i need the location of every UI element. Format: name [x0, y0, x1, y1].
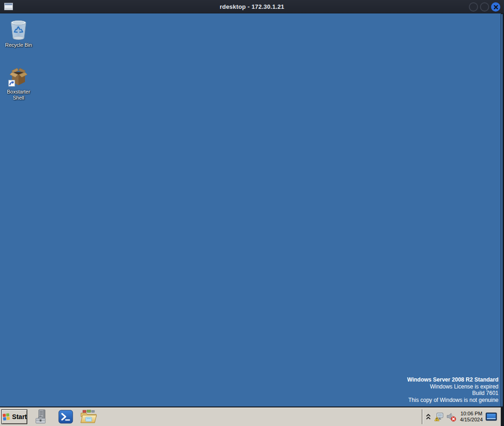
boxstarter-label-line2: Shell	[13, 95, 24, 100]
tray-clock[interactable]: 10:06 PM 4/15/2024	[460, 411, 483, 423]
powershell-icon	[58, 410, 73, 424]
winver-genuine-notice: This copy of Windows is not genuine	[407, 397, 498, 404]
scrollbar-thumb[interactable]	[501, 14, 503, 407]
windows-flag-icon	[2, 412, 11, 421]
windows-license-notice: Windows Server 2008 R2 Standard Windows …	[407, 376, 498, 403]
windows-explorer-folder-icon	[80, 409, 97, 424]
server-manager-button[interactable]	[34, 409, 51, 425]
close-button[interactable]	[491, 2, 500, 12]
winver-build: Build 7601	[407, 390, 498, 397]
taskbar: Start	[0, 407, 501, 426]
clock-time: 10:06 PM	[460, 411, 483, 417]
network-status-button[interactable]	[434, 412, 444, 422]
desktop-icon-recycle-bin[interactable]: Recycle Bin	[1, 18, 36, 48]
window-title: rdesktop - 172.30.1.21	[0, 0, 504, 13]
desktop-area: Recycle Bin BoxstarterShell	[0, 13, 501, 407]
winver-product: Windows Server 2008 R2 Standard	[407, 376, 498, 383]
remote-desktop-screen: Recycle Bin BoxstarterShell	[0, 13, 501, 426]
audio-status-button[interactable]	[446, 412, 456, 422]
boxstarter-label-line1: Boxstarter	[7, 89, 30, 94]
show-hidden-icons-button[interactable]	[425, 413, 431, 421]
chevron-up-icon	[425, 413, 431, 421]
recycle-bin-icon	[8, 18, 29, 41]
desktop-icon-boxstarter-shell[interactable]: BoxstarterShell	[1, 65, 36, 101]
window-controls	[469, 2, 500, 12]
close-icon	[493, 5, 498, 10]
server-manager-icon	[35, 409, 50, 425]
right-scrollbar-track	[501, 13, 504, 426]
start-button-label: Start	[12, 413, 27, 420]
minimize-button[interactable]	[469, 2, 478, 12]
titlebar: rdesktop - 172.30.1.21	[0, 0, 504, 13]
display-tray-button[interactable]	[485, 412, 497, 421]
rdesktop-window: rdesktop - 172.30.1.21	[0, 0, 504, 426]
audio-muted-icon	[446, 412, 456, 422]
winver-license-status: Windows License is expired	[407, 383, 498, 390]
recycle-bin-label: Recycle Bin	[5, 42, 32, 48]
display-monitor-icon	[485, 412, 497, 421]
quick-launch	[34, 409, 103, 425]
maximize-button[interactable]	[480, 2, 489, 12]
windows-explorer-button[interactable]	[80, 409, 97, 425]
tray-divider	[422, 409, 423, 424]
start-button[interactable]: Start	[1, 409, 27, 424]
system-tray: 10:06 PM 4/15/2024	[422, 407, 501, 426]
boxstarter-box-icon	[7, 65, 30, 88]
network-warning-icon	[434, 412, 444, 422]
powershell-button[interactable]	[57, 409, 74, 425]
clock-date: 4/15/2024	[460, 417, 483, 423]
boxstarter-label: BoxstarterShell	[7, 89, 30, 101]
